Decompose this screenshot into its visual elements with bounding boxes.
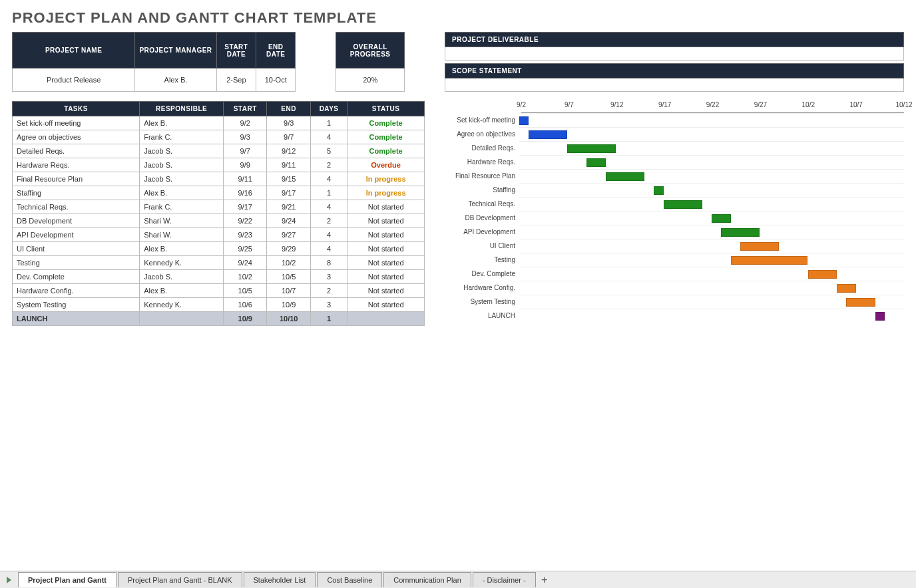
task-cell[interactable]: Not started xyxy=(347,270,425,284)
task-cell[interactable]: 9/22 xyxy=(224,214,267,228)
task-cell[interactable]: In progress xyxy=(347,186,425,200)
task-cell[interactable]: Alex B. xyxy=(140,242,224,256)
task-cell[interactable]: 9/3 xyxy=(224,130,267,144)
task-row[interactable]: Technical Reqs.Frank C.9/179/214Not star… xyxy=(13,200,425,214)
task-row[interactable]: StaffingAlex B.9/169/171In progress xyxy=(13,186,425,200)
gantt-bar[interactable] xyxy=(567,144,615,153)
val-project-manager[interactable]: Alex B. xyxy=(135,69,216,92)
task-cell[interactable]: In progress xyxy=(347,172,425,186)
task-cell[interactable]: 9/7 xyxy=(224,144,267,158)
task-cell[interactable]: Not started xyxy=(347,298,425,312)
task-cell[interactable]: 10/2 xyxy=(224,270,267,284)
task-cell[interactable]: 5 xyxy=(310,144,347,158)
task-row[interactable]: Final Resource PlanJacob S.9/119/154In p… xyxy=(13,172,425,186)
task-cell[interactable]: 10/7 xyxy=(267,284,310,298)
task-cell[interactable]: Kennedy K. xyxy=(140,256,224,270)
task-cell[interactable]: Agree on objectives xyxy=(13,130,140,144)
task-cell[interactable]: 1 xyxy=(310,186,347,200)
task-cell[interactable]: Jacob S. xyxy=(140,172,224,186)
task-cell[interactable]: LAUNCH xyxy=(13,312,140,326)
task-cell[interactable]: Dev. Complete xyxy=(13,270,140,284)
task-cell[interactable]: DB Development xyxy=(13,214,140,228)
task-cell[interactable]: 2 xyxy=(310,214,347,228)
task-row[interactable]: Hardware Reqs.Jacob S.9/99/112Overdue xyxy=(13,158,425,172)
task-cell[interactable] xyxy=(140,312,224,326)
task-cell[interactable]: 10/5 xyxy=(267,270,310,284)
task-row[interactable]: Set kick-off meetingAlex B.9/29/31Comple… xyxy=(13,116,425,130)
task-cell[interactable]: 10/5 xyxy=(224,284,267,298)
task-cell[interactable]: Testing xyxy=(13,256,140,270)
task-cell[interactable]: 10/10 xyxy=(267,312,310,326)
task-cell[interactable]: 2 xyxy=(310,158,347,172)
task-row[interactable]: TestingKennedy K.9/2410/28Not started xyxy=(13,256,425,270)
task-cell[interactable]: 9/17 xyxy=(267,186,310,200)
task-row[interactable]: Hardware Config.Alex B.10/510/72Not star… xyxy=(13,284,425,298)
task-row[interactable]: Detailed Reqs.Jacob S.9/79/125Complete xyxy=(13,144,425,158)
task-cell[interactable]: Not started xyxy=(347,256,425,270)
val-project-name[interactable]: Product Release xyxy=(13,69,135,92)
task-cell[interactable]: 9/21 xyxy=(267,200,310,214)
task-cell[interactable]: Kennedy K. xyxy=(140,298,224,312)
task-cell[interactable]: 4 xyxy=(310,130,347,144)
gantt-bar[interactable] xyxy=(837,284,856,293)
task-row[interactable]: API DevelopmentShari W.9/239/274Not star… xyxy=(13,228,425,242)
task-cell[interactable]: Complete xyxy=(347,144,425,158)
task-cell[interactable]: 9/7 xyxy=(267,130,310,144)
gantt-bar[interactable] xyxy=(731,256,808,265)
task-cell[interactable]: Jacob S. xyxy=(140,144,224,158)
task-cell[interactable]: 4 xyxy=(310,172,347,186)
task-cell[interactable]: 9/24 xyxy=(224,256,267,270)
val-overall-progress[interactable]: 20% xyxy=(336,69,405,92)
task-cell[interactable]: 9/9 xyxy=(224,158,267,172)
task-cell[interactable]: Not started xyxy=(347,200,425,214)
gantt-bar[interactable] xyxy=(808,270,837,279)
gantt-bar[interactable] xyxy=(721,228,760,237)
task-cell[interactable]: 8 xyxy=(310,256,347,270)
task-cell[interactable]: 9/2 xyxy=(224,116,267,130)
task-cell[interactable]: 10/9 xyxy=(267,298,310,312)
task-cell[interactable]: Detailed Reqs. xyxy=(13,144,140,158)
task-cell[interactable]: Frank C. xyxy=(140,200,224,214)
task-cell[interactable]: 10/2 xyxy=(267,256,310,270)
task-row[interactable]: DB DevelopmentShari W.9/229/242Not start… xyxy=(13,214,425,228)
task-cell[interactable]: Not started xyxy=(347,284,425,298)
task-cell[interactable]: Frank C. xyxy=(140,130,224,144)
task-cell[interactable]: 3 xyxy=(310,270,347,284)
task-cell[interactable]: Technical Reqs. xyxy=(13,200,140,214)
task-cell[interactable]: 9/16 xyxy=(224,186,267,200)
task-cell[interactable]: 9/27 xyxy=(267,228,310,242)
task-row[interactable]: UI ClientAlex B.9/259/294Not started xyxy=(13,242,425,256)
task-cell[interactable]: 2 xyxy=(310,284,347,298)
gantt-bar[interactable] xyxy=(519,116,529,125)
task-cell[interactable]: 9/11 xyxy=(224,172,267,186)
task-cell[interactable]: Overdue xyxy=(347,158,425,172)
val-end-date[interactable]: 10-Oct xyxy=(256,69,296,92)
task-row[interactable]: Dev. CompleteJacob S.10/210/53Not starte… xyxy=(13,270,425,284)
task-cell[interactable]: Alex B. xyxy=(140,284,224,298)
task-cell[interactable]: Set kick-off meeting xyxy=(13,116,140,130)
task-cell[interactable]: API Development xyxy=(13,228,140,242)
gantt-bar[interactable] xyxy=(712,214,731,223)
task-cell[interactable]: Staffing xyxy=(13,186,140,200)
gantt-bar[interactable] xyxy=(606,172,644,181)
task-cell[interactable]: 9/17 xyxy=(224,200,267,214)
val-start-date[interactable]: 2-Sep xyxy=(216,69,256,92)
task-cell[interactable]: Jacob S. xyxy=(140,270,224,284)
task-cell[interactable]: Jacob S. xyxy=(140,158,224,172)
gantt-bar[interactable] xyxy=(740,242,779,251)
task-cell[interactable]: 4 xyxy=(310,242,347,256)
task-cell[interactable]: Complete xyxy=(347,116,425,130)
task-cell[interactable]: 4 xyxy=(310,228,347,242)
task-cell[interactable]: UI Client xyxy=(13,242,140,256)
val-project-deliverable[interactable] xyxy=(445,47,904,61)
task-cell[interactable]: Shari W. xyxy=(140,214,224,228)
task-cell[interactable]: Shari W. xyxy=(140,228,224,242)
task-cell[interactable]: 9/12 xyxy=(267,144,310,158)
task-cell[interactable]: Final Resource Plan xyxy=(13,172,140,186)
task-cell[interactable]: 3 xyxy=(310,298,347,312)
task-cell[interactable]: Alex B. xyxy=(140,116,224,130)
task-row[interactable]: System TestingKennedy K.10/610/93Not sta… xyxy=(13,298,425,312)
task-cell[interactable]: 9/11 xyxy=(267,158,310,172)
task-cell[interactable]: 4 xyxy=(310,200,347,214)
gantt-bar[interactable] xyxy=(654,186,663,195)
